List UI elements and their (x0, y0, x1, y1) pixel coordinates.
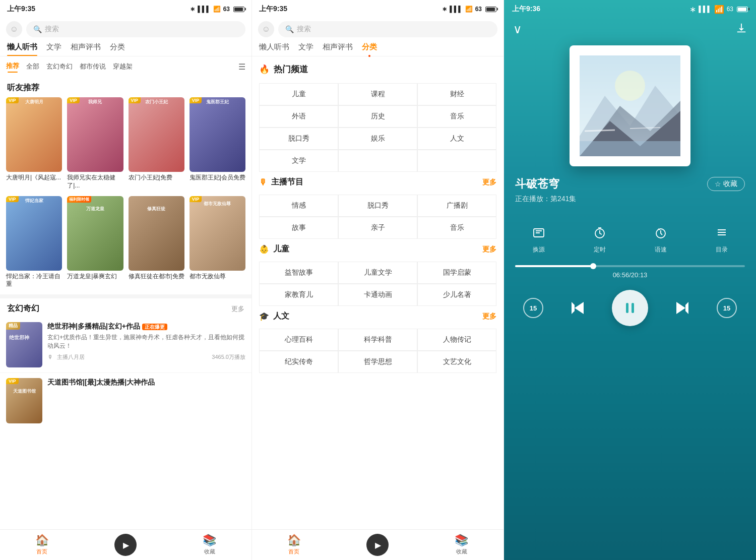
cat-host-tuokox[interactable]: 脱口秀 (338, 195, 417, 217)
bottom-nav-play-1[interactable] (84, 534, 167, 558)
cat-kecheng[interactable]: 课程 (338, 83, 417, 105)
nav-tab-fenlei[interactable]: 分类 (110, 42, 125, 56)
children-cat-grid: 益智故事 儿童文学 国学启蒙 家教育儿 卡通动画 少儿名著 (259, 262, 496, 306)
collect-label-2: 收藏 (456, 548, 467, 555)
ctrl-source[interactable]: 换源 (509, 219, 568, 258)
cat-empty1 (338, 150, 417, 172)
cat-zhexue[interactable]: 哲学思想 (338, 351, 417, 373)
cat-host-yinyue[interactable]: 音乐 (417, 217, 496, 239)
cat-lishi[interactable]: 历史 (338, 105, 417, 128)
play-nav-btn-1[interactable] (114, 534, 137, 556)
collect-btn[interactable]: ☆ 收藏 (707, 177, 745, 191)
sub-tab-chuanyue[interactable]: 穿越架 (113, 61, 133, 72)
cat-qinggan[interactable]: 情感 (259, 195, 338, 217)
book-list-meta-1: 🎙 主播八月居 3465.0万播放 (47, 353, 245, 361)
book-item-1[interactable]: VIP 大唐明月 大唐明月|《风起寇... (6, 97, 62, 190)
search-input-2[interactable]: 🔍 搜索 (278, 21, 497, 37)
bottom-nav-play-2[interactable] (336, 534, 419, 558)
sub-tab-quanbu[interactable]: 全部 (26, 61, 39, 72)
bottom-nav-collect-2[interactable]: 📚 收藏 (420, 534, 503, 558)
book-item-2[interactable]: VIP 我师兄 我师兄实在太稳健了|... (67, 97, 123, 190)
nav-tab2-wenxue[interactable]: 文学 (298, 42, 313, 56)
sub-tab-tuijian[interactable]: 推荐 (6, 60, 19, 72)
ctrl-timer[interactable]: 定时 (570, 219, 629, 258)
cat-katong[interactable]: 卡通动画 (338, 284, 417, 306)
cat-gushi[interactable]: 故事 (259, 217, 338, 239)
cat-jiajiao[interactable]: 家教育儿 (259, 284, 338, 306)
book-list-title-1: 绝世邪神|多播精品|玄幻+作品 正在爆更 (47, 322, 245, 331)
cat-wenyi[interactable]: 文艺文化 (417, 351, 496, 373)
cat-yule[interactable]: 娱乐 (338, 128, 417, 150)
nav-tab-xiangsheng[interactable]: 相声评书 (71, 42, 101, 56)
cat-waiyu[interactable]: 外语 (259, 105, 338, 128)
play-pause-btn[interactable] (612, 290, 648, 326)
book-list-item-1[interactable]: 精品 绝世邪神 绝世邪神|多播精品|玄幻+作品 正在爆更 玄幻+优质作品！重生异… (0, 317, 251, 372)
book-item-5[interactable]: VIP 悍妃当家 悍妃当家：冷王请自重 (6, 196, 62, 289)
book-item-6[interactable]: 福利限时领 万道龙皇 万道龙皇|暴爽玄幻 (67, 196, 123, 289)
status-icons-1: ∗ ▌▌▌ 📶 63 (190, 6, 244, 13)
book-list-item-2[interactable]: VIP 天道图书馆 天道图书馆|[最]太漫热播|大神作品 (0, 372, 251, 428)
bottom-nav-home-1[interactable]: 🏠 首页 (0, 534, 84, 558)
skip-forward-btn[interactable] (670, 296, 695, 320)
sub-tab-dushi[interactable]: 都市传说 (80, 61, 106, 72)
cat-jishi[interactable]: 纪实传奇 (259, 351, 338, 373)
forward-btn[interactable]: 15 (717, 298, 737, 318)
vip-badge-8: VIP (190, 196, 202, 202)
avatar-2[interactable]: ☺ (258, 21, 274, 37)
cat-shaonian[interactable]: 少儿名著 (417, 284, 496, 306)
home-label-2: 首页 (288, 548, 299, 555)
player-bluetooth-icon: ∗ (689, 5, 696, 14)
nav-tab-wenxue[interactable]: 文学 (46, 42, 61, 56)
cat-qinzi[interactable]: 亲子 (338, 217, 417, 239)
rewind-btn[interactable]: 15 (523, 298, 543, 318)
time-total: 20:13 (631, 271, 648, 279)
menu-icon-1[interactable]: ☰ (238, 62, 245, 72)
cat-caijing[interactable]: 财经 (417, 83, 496, 105)
cat-yinyue[interactable]: 音乐 (417, 105, 496, 128)
host-section-title: 🎙 主播节目 更多 (252, 172, 503, 191)
progress-bar[interactable] (515, 265, 745, 267)
nav-tab-lrts[interactable]: 懒人听书 (7, 42, 37, 56)
cat-xinli[interactable]: 心理百科 (259, 329, 338, 351)
ctrl-speed[interactable]: 语速 (631, 219, 690, 258)
cat-ertong[interactable]: 儿童 (259, 83, 338, 105)
speed-label: 语速 (655, 245, 667, 254)
sub-tab-xuanhuan[interactable]: 玄幻奇幻 (46, 61, 73, 72)
book-item-3[interactable]: VIP 农门小王妃 农门小王妃|免费 (129, 97, 184, 190)
cat-wenxue[interactable]: 文学 (259, 150, 338, 172)
children-more[interactable]: 更多 (482, 245, 496, 254)
cat-ertong-wenxue[interactable]: 儿童文学 (338, 262, 417, 284)
nav-tab2-xiangsheng[interactable]: 相声评书 (323, 42, 353, 56)
cat-yizhi[interactable]: 益智故事 (259, 262, 338, 284)
play-nav-btn-2[interactable] (366, 534, 389, 556)
cat-guangbo[interactable]: 广播剧 (417, 195, 496, 217)
book-list-title-2: 天道图书馆|[最]太漫热播|大神作品 (47, 378, 245, 387)
status-bar-2: 上午9:35 ∗ ▌▌▌ 📶 63 (252, 0, 503, 18)
progress-thumb[interactable] (590, 263, 596, 269)
nav-tab2-fenlei[interactable]: 分类 (362, 42, 377, 56)
download-btn[interactable] (736, 23, 747, 36)
cat-kexue[interactable]: 科学科普 (338, 329, 417, 351)
book-title-5: 悍妃当家：冷王请自重 (6, 273, 62, 288)
host-more[interactable]: 更多 (482, 178, 496, 187)
book-item-7[interactable]: 修真狂徒 修真狂徒在都市|免费 (129, 196, 184, 289)
book-item-8[interactable]: VIP 都市无敌仙尊 都市无敌仙尊 (190, 196, 245, 289)
bottom-nav-home-2[interactable]: 🏠 首页 (252, 534, 336, 558)
book-item-4[interactable]: VIP 鬼医郡王妃 鬼医郡王妃|会员免费 (190, 97, 245, 190)
cat-renwu[interactable]: 人物传记 (417, 329, 496, 351)
vip-badge-3: VIP (129, 97, 141, 103)
nav-tab2-lrts[interactable]: 懒人听书 (259, 42, 289, 56)
ctrl-list[interactable]: 目录 (692, 219, 751, 258)
cat-tuokouxiu[interactable]: 脱口秀 (259, 128, 338, 150)
skip-backward-btn[interactable] (565, 296, 590, 320)
more-xh[interactable]: 更多 (231, 304, 244, 314)
cat-renwen[interactable]: 人文 (417, 128, 496, 150)
chevron-down-btn[interactable]: ∨ (513, 22, 522, 36)
cat-guoxue[interactable]: 国学启蒙 (417, 262, 496, 284)
avatar-1[interactable]: ☺ (6, 21, 22, 37)
album-art-wrap (504, 40, 756, 176)
renwen-more[interactable]: 更多 (482, 312, 496, 321)
search-input-1[interactable]: 🔍 搜索 (26, 21, 245, 37)
bottom-nav-collect-1[interactable]: 📚 收藏 (168, 534, 251, 558)
status-time-2: 上午9:35 (259, 5, 287, 14)
